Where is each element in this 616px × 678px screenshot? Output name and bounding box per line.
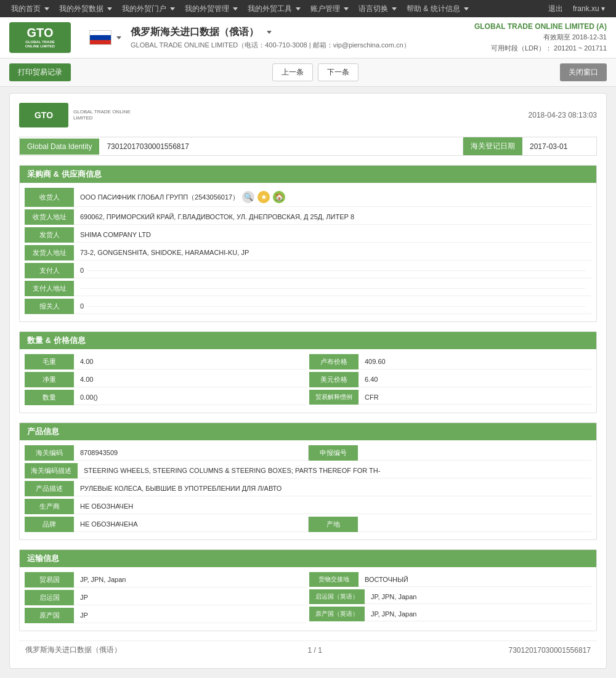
trade-country-value: JP, JPN, Japan (74, 572, 307, 587)
payer-address-value (74, 281, 591, 296)
gross-weight-row: 毛重 4.00 (25, 354, 307, 369)
prev-button-top[interactable]: 上一条 (272, 63, 313, 81)
trade-country-row: 贸易国 JP, JPN, Japan (25, 572, 307, 587)
origin-country-value: JP (74, 590, 307, 605)
payer-row: 支付人 0 (25, 263, 591, 278)
net-weight-label: 净重 (25, 372, 74, 387)
nav-help[interactable]: 帮助 & 统计信息 (402, 0, 474, 17)
trade-terms-row: 贸易解释惯例 CFR (309, 390, 591, 405)
print-button-top[interactable]: 打印贸易记录 (9, 63, 71, 81)
source-country-en-label: 原产国（英语） (309, 607, 365, 621)
manufacturer-value: НЕ ОБОЗНАЧЕН (74, 499, 591, 514)
buyer-supplier-header: 采购商 & 供应商信息 (20, 166, 596, 183)
star-icon[interactable]: ★ (257, 191, 270, 203)
customs-date-label: 海关登记日期 (463, 137, 522, 155)
pagination-section-label: 俄罗斯海关进口数据（俄语） (25, 645, 121, 655)
header-right-info: GLOBAL TRADE ONLINE LIMITED (A) 有效期至 201… (474, 22, 607, 53)
quantity-price-content: 毛重 4.00 净重 4.00 数量 (20, 349, 596, 413)
main-content: GTO GLOBAL TRADE ONLINE LIMITED 2018-04-… (0, 87, 616, 678)
shipper-label: 发货人 (25, 227, 74, 243)
customs-code-row: 海关编码 8708943509 申报编号 (25, 445, 591, 461)
source-country-en-value: JP, JPN, Japan (365, 607, 591, 621)
hs-desc-label: 海关编码描述 (25, 463, 78, 478)
nav-logout[interactable]: 退出 (543, 0, 568, 17)
doc-logo-sub: GLOBAL TRADE ONLINE LIMITED (73, 109, 147, 122)
close-button-top[interactable]: 关闭窗口 (560, 63, 607, 81)
origin-country-row: 启运国 JP (25, 590, 307, 605)
ldr-info: 可用时段（LDR）： 201201 ~ 201711 (474, 44, 607, 53)
shipper-row: 发货人 SHIMA COMPANY LTD (25, 227, 591, 243)
delivery-point-row: 货物交接地 ВОСТОЧНЫЙ (309, 572, 591, 587)
global-data-identity-value: 73012017030001556817 (99, 139, 463, 155)
doc-timestamp: 2018-04-23 08:13:03 (529, 111, 597, 119)
customs-broker-label: 报关人 (25, 299, 74, 314)
quantity-value: 0.00() (74, 390, 307, 405)
shipper-address-row: 发货人地址 73-2, GONGENSHITA, SHIDOKE, HARAMA… (25, 245, 591, 260)
origin-country-en-row: 启运国（英语） JP, JPN, Japan (309, 589, 591, 604)
nav-buttons-top: 上一条 下一条 (272, 63, 359, 81)
transport-content: 贸易国 JP, JPN, Japan 启运国 JP 原产 (20, 567, 596, 631)
trade-terms-value: CFR (359, 390, 591, 405)
shipper-address-label: 发货人地址 (25, 245, 74, 260)
shipper-address-value: 73-2, GONGENSHITA, SHIDOKE, HARAMACHI-KU… (74, 245, 591, 260)
buyer-supplier-section: 采购商 & 供应商信息 收货人 ООО ПАСИФНИК ГЛОБАЛ ГРУП… (19, 165, 597, 322)
doc-logo: GTO GLOBAL TRADE ONLINE LIMITED (19, 103, 147, 127)
logo-area: GTO GLOBAL TRADEONLINE LIMITED (9, 22, 71, 53)
brand-value: НЕ ОБОЗНАЧЕНА (74, 517, 309, 532)
nav-trade-data[interactable]: 我的外贸数据 (54, 0, 117, 17)
trade-terms-label: 贸易解释惯例 (309, 390, 359, 405)
source-country-value: JP (74, 608, 307, 623)
transport-header: 运输信息 (20, 550, 596, 567)
search-icon[interactable]: 🔍 (242, 191, 254, 203)
russia-flag (89, 30, 111, 45)
receiver-address-value: 690062, ПРИМОРСКИЙ КРАЙ, Г.ВЛАДИВОСТОК, … (74, 209, 591, 225)
nav-home[interactable]: 我的首页 (6, 0, 54, 17)
product-desc-value: РУЛЕВЫЕ КОЛЕСА, БЫВШИЕ В УПОТРЕБЛЕНИИ ДЛ… (74, 481, 591, 496)
global-data-identity-label: Global Data Identity (20, 139, 99, 155)
identity-row: Global Data Identity 7301201703000155681… (19, 137, 597, 156)
pagination-record-id: 73012017030001556817 (509, 646, 591, 655)
customs-date-value: 2017-03-01 (522, 139, 596, 155)
user-menu[interactable]: frank.xu ▾ (568, 4, 610, 13)
receiver-value: ООО ПАСИФНИК ГЛОБАЛ ГРУПП（2543056017） 🔍 … (74, 188, 591, 207)
document-card: GTO GLOBAL TRADE ONLINE LIMITED 2018-04-… (9, 93, 607, 669)
gross-weight-value: 4.00 (74, 354, 307, 369)
nav-trade-portal[interactable]: 我的外贸门户 (117, 0, 180, 17)
receiver-address-label: 收货人地址 (25, 209, 74, 225)
receiver-label: 收货人 (25, 188, 74, 207)
trade-country-label: 贸易国 (25, 572, 74, 587)
header-title-area: 俄罗斯海关进口数据（俄语） GLOBAL TRADE ONLINE LIMITE… (131, 26, 465, 50)
brand-label: 品牌 (25, 517, 74, 532)
shipper-value: SHIMA COMPANY LTD (74, 227, 591, 243)
company-logo: GTO GLOBAL TRADEONLINE LIMITED (9, 22, 71, 53)
flag-selector[interactable] (89, 30, 121, 45)
hs-desc-value: STEERING WHEELS, STEERING COLUMNS & STEE… (78, 463, 591, 478)
product-content: 海关编码 8708943509 申报编号 海关编码描述 STEERING WHE… (20, 440, 596, 539)
customs-code-label: 海关编码 (25, 445, 74, 461)
hs-desc-row: 海关编码描述 STEERING WHEELS, STEERING COLUMNS… (25, 463, 591, 478)
transport-section: 运输信息 贸易国 JP, JPN, Japan 启运国 (19, 549, 597, 631)
payer-label: 支付人 (25, 263, 74, 278)
page-header: GTO GLOBAL TRADEONLINE LIMITED 俄罗斯海关进口数据… (0, 17, 616, 59)
origin-country-en-label: 启运国（英语） (309, 589, 365, 604)
nav-account[interactable]: 账户管理 (306, 0, 354, 17)
ruble-price-value: 409.60 (359, 354, 591, 369)
nav-trade-tools[interactable]: 我的外贸工具 (243, 0, 306, 17)
delivery-point-value: ВОСТОЧНЫЙ (359, 572, 591, 587)
home-icon[interactable]: 🏠 (273, 191, 285, 203)
nav-trade-mgmt[interactable]: 我的外贸管理 (180, 0, 243, 17)
company-name: GLOBAL TRADE ONLINE LIMITED (A) (474, 22, 607, 31)
pagination-page: 1 / 1 (308, 646, 322, 655)
origin-label: 产地 (309, 517, 358, 532)
declare-code-label: 申报编号 (309, 445, 358, 461)
payer-address-label: 支付人地址 (25, 281, 74, 296)
product-section: 产品信息 海关编码 8708943509 申报编号 海关编 (19, 422, 597, 540)
origin-value (358, 517, 592, 532)
source-country-row: 原产国 JP (25, 608, 307, 623)
product-desc-row: 产品描述 РУЛЕВЫЕ КОЛЕСА, БЫВШИЕ В УПОТРЕБЛЕН… (25, 481, 591, 496)
source-country-en-row: 原产国（英语） JP, JPN, Japan (309, 607, 591, 621)
next-button-top[interactable]: 下一条 (318, 63, 359, 81)
quantity-price-section: 数量 & 价格信息 毛重 4.00 净重 (19, 331, 597, 413)
nav-lang[interactable]: 语言切换 (354, 0, 402, 17)
manufacturer-row: 生产商 НЕ ОБОЗНАЧЕН (25, 499, 591, 514)
